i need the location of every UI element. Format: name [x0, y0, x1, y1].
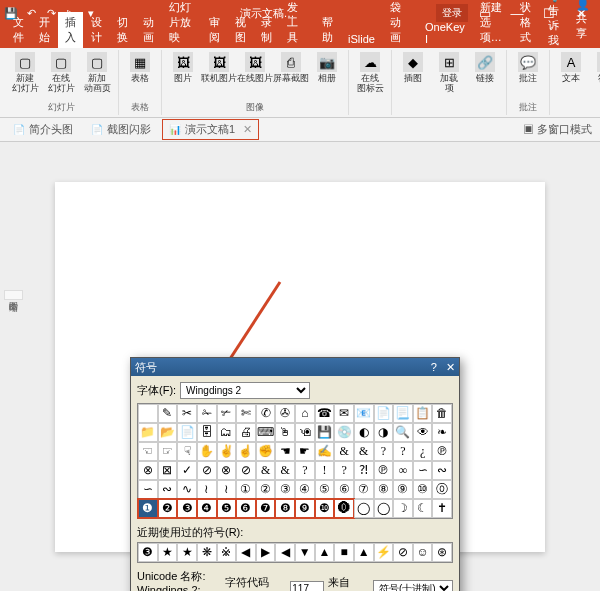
symbol-cell[interactable]: 📂: [158, 423, 178, 442]
picture-button[interactable]: 🖼图片: [166, 50, 200, 85]
symbol-cell[interactable]: ❹: [197, 499, 217, 518]
symbol-cell[interactable]: ☝: [236, 442, 256, 461]
symbol-cell[interactable]: 📄: [177, 423, 197, 442]
symbol-cell[interactable]: ❿: [315, 499, 335, 518]
symbol-cell[interactable]: ⓿: [334, 499, 354, 518]
symbol-cell[interactable]: ∿: [177, 480, 197, 499]
symbol-cell[interactable]: ∾: [158, 480, 178, 499]
comment-button[interactable]: 💬批注: [511, 50, 545, 85]
symbol-cell[interactable]: ◯: [374, 499, 394, 518]
addins-button[interactable]: ⊞加载 项: [432, 50, 466, 95]
symbol-cell[interactable]: ✓: [177, 461, 197, 480]
symbol-cell[interactable]: ❸: [177, 499, 197, 518]
link-button[interactable]: 🔗链接: [468, 50, 502, 95]
tell-me[interactable]: 💡 告诉我: [548, 0, 568, 48]
symbol-cell[interactable]: ≀: [217, 480, 237, 499]
recent-symbol-cell[interactable]: ◀: [275, 543, 295, 562]
recent-symbol-cell[interactable]: ▲: [315, 543, 335, 562]
new-anim-button[interactable]: ▢新加 动画页: [80, 50, 114, 95]
tab-onekey[interactable]: OneKey I: [418, 18, 472, 48]
symbol-cell[interactable]: ∽: [413, 461, 433, 480]
symbol-cell[interactable]: ⌨: [256, 423, 276, 442]
symbol-cell[interactable]: ②: [256, 480, 276, 499]
symbol-cell[interactable]: ?: [334, 461, 354, 480]
symbol-cell[interactable]: ⑦: [354, 480, 374, 499]
online-slide-button[interactable]: ▢在线 幻灯片: [44, 50, 78, 95]
album-button[interactable]: 📷相册: [310, 50, 344, 85]
tab-home[interactable]: 开始: [32, 12, 57, 48]
recent-symbol-cell[interactable]: ❸: [138, 543, 158, 562]
symbol-cell[interactable]: ⊗: [138, 461, 158, 480]
symbol-cell[interactable]: 📋: [413, 404, 433, 423]
illust-button[interactable]: ◆插图: [396, 50, 430, 95]
symbol-cell[interactable]: ☜: [138, 442, 158, 461]
doctab-3[interactable]: 📊 演示文稿1✕: [162, 119, 259, 140]
symbol-cell[interactable]: 🗄: [197, 423, 217, 442]
symbol-cell[interactable]: ◐: [354, 423, 374, 442]
symbol-cell[interactable]: ◯: [354, 499, 374, 518]
symbol-cell[interactable]: ⑨: [393, 480, 413, 499]
symbol-cell[interactable]: ❻: [236, 499, 256, 518]
symbol-cell[interactable]: ❼: [256, 499, 276, 518]
symbol-cell[interactable]: ✍: [315, 442, 335, 461]
symbol-cell[interactable]: ✉: [334, 404, 354, 423]
symbol-cell[interactable]: ☎: [315, 404, 335, 423]
doctab-1[interactable]: 📄 简介头图: [6, 119, 80, 140]
symbol-cell[interactable]: !: [315, 461, 335, 480]
symbol-cell[interactable]: ≀: [197, 480, 217, 499]
symbol-button[interactable]: Ω符号: [590, 50, 600, 85]
symbol-cell[interactable]: ¿: [413, 442, 433, 461]
symbol-cell[interactable]: ℗: [374, 461, 394, 480]
symbol-cell[interactable]: ☞: [158, 442, 178, 461]
symbol-cell[interactable]: 💿: [334, 423, 354, 442]
symbol-cell[interactable]: ⊘: [197, 461, 217, 480]
recent-symbol-cell[interactable]: ⊘: [393, 543, 413, 562]
text-button[interactable]: A文本: [554, 50, 588, 85]
symbol-cell[interactable]: ④: [295, 480, 315, 499]
symbol-cell[interactable]: ✁: [197, 404, 217, 423]
symbol-cell[interactable]: ✌: [217, 442, 237, 461]
symbol-cell[interactable]: ⊘: [236, 461, 256, 480]
multi-window-button[interactable]: ▣ 多窗口模式: [523, 122, 592, 137]
symbol-cell[interactable]: &: [256, 461, 276, 480]
symbol-cell[interactable]: ⑧: [374, 480, 394, 499]
symbol-cell[interactable]: ❧: [432, 423, 452, 442]
symbol-cell[interactable]: ❺: [217, 499, 237, 518]
tab-view[interactable]: 视图: [228, 12, 253, 48]
tab-review[interactable]: 审阅: [202, 12, 227, 48]
symbol-cell[interactable]: 🗂: [217, 423, 237, 442]
recent-symbol-cell[interactable]: ◀: [236, 543, 256, 562]
new-slide-button[interactable]: ▢新建 幻灯片: [8, 50, 42, 95]
tab-transition[interactable]: 切换: [110, 12, 135, 48]
symbol-cell[interactable]: 📁: [138, 423, 158, 442]
recent-symbol-cell[interactable]: ⊛: [432, 543, 452, 562]
symbol-cell[interactable]: 🖲: [295, 423, 315, 442]
symbol-cell[interactable]: &: [354, 442, 374, 461]
tab-design[interactable]: 设计: [84, 12, 109, 48]
symbol-cell[interactable]: ?: [295, 461, 315, 480]
recent-symbol-cell[interactable]: ★: [158, 543, 178, 562]
symbol-cell[interactable]: ∾: [432, 461, 452, 480]
symbol-cell[interactable]: ❽: [275, 499, 295, 518]
tab-shapeformat[interactable]: 形状格式: [513, 0, 547, 48]
symbol-cell[interactable]: ☛: [295, 442, 315, 461]
dialog-help-icon[interactable]: ?: [431, 361, 437, 373]
symbol-cell[interactable]: 📄: [374, 404, 394, 423]
doctab-2[interactable]: 📄 截图闪影: [84, 119, 158, 140]
symbol-cell[interactable]: ?: [374, 442, 394, 461]
font-select[interactable]: Wingdings 2: [180, 382, 310, 399]
recent-symbol-cell[interactable]: ⚡: [374, 543, 394, 562]
recent-symbol-cell[interactable]: ❋: [197, 543, 217, 562]
symbol-cell[interactable]: &: [334, 442, 354, 461]
tab-newopt[interactable]: 新建选项…: [473, 0, 512, 48]
tab-record[interactable]: 录制: [254, 12, 279, 48]
from-select[interactable]: 符号(十进制): [373, 580, 453, 591]
symbol-cell[interactable]: ✊: [256, 442, 276, 461]
charcode-input[interactable]: [290, 581, 324, 591]
share-button[interactable]: 👤 共享: [576, 0, 592, 41]
symbol-cell[interactable]: ✄: [236, 404, 256, 423]
symbol-cell[interactable]: 🗑: [432, 404, 452, 423]
symbol-cell[interactable]: 📃: [393, 404, 413, 423]
tab-insert[interactable]: 插入: [58, 12, 83, 48]
table-button[interactable]: ▦表格: [123, 50, 157, 85]
